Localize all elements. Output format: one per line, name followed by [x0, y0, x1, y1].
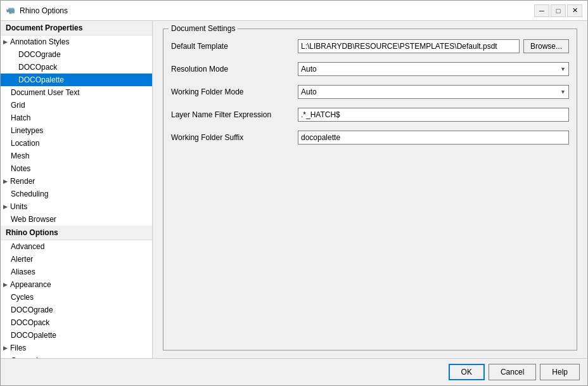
sidebar-label: Linetypes [11, 126, 43, 135]
sidebar-label: Notes [11, 164, 30, 173]
default-template-row: Default Template Browse... [171, 39, 569, 53]
working-folder-mode-control: Auto ▼ [298, 85, 569, 99]
working-folder-suffix-control [298, 131, 569, 145]
working-folder-mode-value: Auto [301, 87, 317, 96]
main-window: 🦏 Rhino Options ─ □ ✕ Document Propertie… [0, 0, 588, 386]
resolution-mode-value: Auto [301, 65, 317, 74]
arrow-icon: ▶ [3, 281, 8, 288]
sidebar-item-docopack2[interactable]: DOCOpack [1, 316, 152, 329]
arrow-icon: ▶ [3, 178, 8, 184]
browse-button[interactable]: Browse... [523, 39, 569, 53]
maximize-button[interactable]: □ [551, 4, 566, 17]
sidebar-label: DOCOpalette [11, 331, 56, 340]
sidebar-label: Render [10, 177, 35, 186]
sidebar-label: Web Browser [11, 215, 56, 224]
app-icon: 🦏 [6, 6, 16, 16]
sidebar-label: Appearance [10, 280, 51, 289]
working-folder-mode-row: Working Folder Mode Auto ▼ [171, 85, 569, 99]
sidebar-item-annotation-styles[interactable]: ▶ Annotation Styles [1, 35, 152, 48]
ok-button[interactable]: OK [449, 364, 485, 380]
title-bar: 🦏 Rhino Options ─ □ ✕ [1, 1, 587, 21]
group-legend: Document Settings [169, 24, 238, 33]
sidebar-item-cycles[interactable]: Cycles [1, 291, 152, 304]
sidebar-item-location[interactable]: Location [1, 137, 152, 150]
default-template-control: Browse... [298, 39, 569, 53]
sidebar-label: Mesh [11, 151, 29, 160]
sidebar-item-web-browser[interactable]: Web Browser [1, 213, 152, 226]
sidebar-item-files[interactable]: ▶ Files [1, 342, 152, 354]
main-panel: Document Settings Default Template Brows… [153, 21, 587, 358]
dropdown-arrow-icon: ▼ [560, 89, 566, 95]
layer-name-filter-label: Layer Name Filter Expression [171, 110, 298, 119]
sidebar-label: Cycles [11, 293, 34, 302]
sidebar-item-advanced[interactable]: Advanced [1, 240, 152, 253]
sidebar-label: Annotation Styles [10, 37, 69, 46]
sidebar-label: Advanced [11, 242, 44, 251]
sidebar-label: DOCOgrade [18, 50, 61, 59]
content-area: Document Properties ▶ Annotation Styles … [1, 21, 587, 358]
sidebar-item-alerter[interactable]: Alerter [1, 253, 152, 266]
sidebar-label: DOCOpack [11, 318, 49, 327]
sidebar-item-docopack[interactable]: DOCOpack [1, 61, 152, 74]
help-button[interactable]: Help [540, 364, 580, 380]
sidebar-item-aliases[interactable]: Aliases [1, 266, 152, 278]
sidebar: Document Properties ▶ Annotation Styles … [1, 21, 153, 358]
layer-name-filter-input[interactable] [298, 108, 569, 122]
sidebar-item-hatch[interactable]: Hatch [1, 112, 152, 124]
window-title: Rhino Options [20, 6, 68, 15]
resolution-mode-control: Auto ▼ [298, 62, 569, 76]
sidebar-item-render[interactable]: ▶ Render [1, 175, 152, 188]
sidebar-item-docopalette2[interactable]: DOCOpalette [1, 329, 152, 342]
sidebar-item-notes[interactable]: Notes [1, 162, 152, 175]
resolution-mode-dropdown[interactable]: Auto ▼ [298, 62, 569, 76]
sidebar-label: Alerter [11, 255, 33, 264]
sidebar-label: Units [10, 202, 27, 211]
sidebar-label: Scheduling [11, 190, 48, 198]
sidebar-item-linetypes[interactable]: Linetypes [1, 124, 152, 137]
default-template-input[interactable] [298, 39, 520, 53]
sidebar-item-units[interactable]: ▶ Units [1, 200, 152, 213]
arrow-icon: ▶ [3, 39, 8, 45]
working-folder-mode-label: Working Folder Mode [171, 87, 298, 96]
arrow-icon: ▶ [3, 345, 8, 351]
dropdown-arrow-icon: ▼ [560, 66, 566, 72]
sidebar-label: Document User Text [11, 88, 80, 97]
title-bar-buttons: ─ □ ✕ [534, 4, 582, 17]
sidebar-label: Location [11, 139, 39, 148]
sidebar-label: Grid [11, 101, 25, 110]
sidebar-item-mesh[interactable]: Mesh [1, 150, 152, 162]
title-bar-left: 🦏 Rhino Options [6, 6, 68, 16]
footer: OK Cancel Help [1, 358, 587, 385]
sidebar-item-document-user-text[interactable]: Document User Text [1, 86, 152, 99]
sidebar-label: DOCOpack [18, 63, 57, 72]
sidebar-label: Files [10, 344, 26, 352]
minimize-button[interactable]: ─ [534, 4, 549, 17]
sidebar-item-grid[interactable]: Grid [1, 99, 152, 112]
section-header-rhino-options: Rhino Options [1, 226, 152, 240]
sidebar-label: Hatch [11, 113, 30, 122]
working-folder-mode-dropdown[interactable]: Auto ▼ [298, 85, 569, 99]
cancel-button[interactable]: Cancel [489, 364, 536, 380]
sidebar-label: DOCOgrade [11, 306, 53, 314]
section-header-document-properties: Document Properties [1, 21, 152, 35]
working-folder-suffix-input[interactable] [298, 131, 569, 145]
sidebar-item-docopalette[interactable]: DOCOpalette [1, 74, 152, 86]
resolution-mode-row: Resolution Mode Auto ▼ [171, 62, 569, 76]
sidebar-label: DOCOpalette [18, 75, 64, 84]
sidebar-item-appearance[interactable]: ▶ Appearance [1, 278, 152, 291]
close-button[interactable]: ✕ [567, 4, 582, 17]
sidebar-item-docograde2[interactable]: DOCOgrade [1, 304, 152, 316]
sidebar-item-scheduling[interactable]: Scheduling [1, 188, 152, 200]
resolution-mode-label: Resolution Mode [171, 65, 298, 74]
default-template-label: Default Template [171, 42, 298, 51]
working-folder-suffix-label: Working Folder Suffix [171, 133, 298, 142]
sidebar-label: Aliases [11, 267, 35, 276]
layer-name-filter-row: Layer Name Filter Expression [171, 108, 569, 122]
sidebar-item-docograde[interactable]: DOCOgrade [1, 48, 152, 61]
arrow-icon: ▶ [3, 203, 8, 210]
document-settings-group: Document Settings Default Template Brows… [163, 29, 577, 351]
layer-name-filter-control [298, 108, 569, 122]
working-folder-suffix-row: Working Folder Suffix [171, 131, 569, 145]
